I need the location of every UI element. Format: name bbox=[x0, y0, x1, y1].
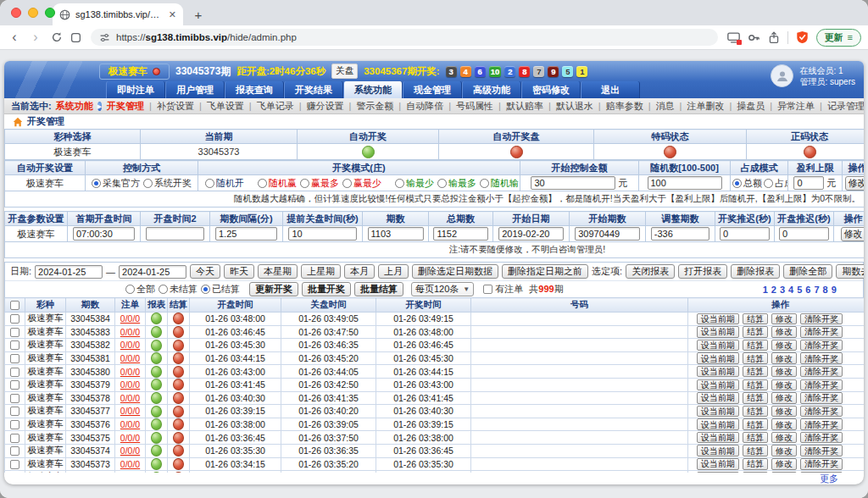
close-window-button[interactable] bbox=[11, 8, 21, 18]
bets-link[interactable]: 0/0/0 bbox=[120, 419, 140, 429]
sub-nav-item[interactable]: 注单删改 bbox=[675, 100, 725, 113]
page-number-link[interactable]: 4 bbox=[788, 285, 793, 295]
clear-draw-button[interactable]: 清除开奖 bbox=[800, 392, 843, 404]
modify-button[interactable]: 修改 bbox=[771, 432, 797, 444]
sub-nav-item[interactable]: 飞单记录 bbox=[244, 100, 294, 113]
browser-update-button[interactable]: 更新 ≡ bbox=[816, 29, 861, 47]
report-action-button[interactable]: 删除全部 bbox=[783, 264, 832, 279]
set-current-issue-button[interactable]: 设当前期 bbox=[697, 313, 739, 325]
address-bar[interactable]: https://sg138.timibbs.vip/hide/admin.php bbox=[91, 29, 718, 46]
modify-button[interactable]: 修改 bbox=[771, 445, 797, 456]
sub-nav-item[interactable]: 飞单设置 bbox=[194, 100, 244, 113]
radio-icon[interactable] bbox=[732, 179, 742, 188]
report-action-button[interactable]: 关闭报表 bbox=[626, 264, 675, 279]
delete-data-button[interactable]: 删除指定日期之前 bbox=[502, 264, 588, 279]
open-param-input[interactable] bbox=[575, 227, 640, 241]
bets-link[interactable]: 0/0/0 bbox=[120, 367, 140, 377]
row-checkbox[interactable] bbox=[10, 407, 19, 416]
page-number-link[interactable]: 7 bbox=[814, 285, 819, 295]
report-indicator[interactable] bbox=[151, 326, 162, 338]
settle-button[interactable]: 结算 bbox=[743, 379, 768, 391]
bets-link[interactable]: 0/0/0 bbox=[120, 433, 140, 443]
draw-mode-option[interactable]: 赢最多 bbox=[300, 178, 339, 188]
modify-button[interactable]: 修改 bbox=[771, 340, 797, 351]
report-indicator[interactable] bbox=[151, 392, 162, 404]
report-indicator[interactable] bbox=[151, 340, 162, 351]
radio-icon[interactable] bbox=[258, 179, 267, 188]
set-current-issue-button[interactable]: 设当前期 bbox=[697, 392, 739, 404]
draw-mode-option[interactable]: 随机输 bbox=[480, 178, 519, 188]
settle-button[interactable]: 结算 bbox=[743, 432, 768, 444]
settle-indicator[interactable] bbox=[173, 326, 184, 338]
set-current-issue-button[interactable]: 设当前期 bbox=[697, 432, 739, 444]
radio-icon[interactable] bbox=[205, 179, 214, 188]
batch-action-button[interactable]: 批量结算 bbox=[354, 282, 403, 296]
site-settings-icon[interactable] bbox=[99, 32, 110, 43]
new-tab-button[interactable]: + bbox=[188, 4, 209, 25]
sub-nav-item[interactable]: 异常注单 bbox=[765, 100, 815, 113]
clear-draw-button[interactable]: 清除开奖 bbox=[800, 326, 843, 338]
date-quick-button[interactable]: 上星期 bbox=[301, 264, 341, 279]
settle-indicator[interactable] bbox=[173, 445, 184, 456]
page-number-link[interactable]: 9 bbox=[832, 285, 837, 295]
modify-button[interactable]: 修改 bbox=[771, 352, 797, 364]
sub-nav-item[interactable]: 消息 bbox=[643, 100, 675, 113]
row-checkbox[interactable] bbox=[10, 394, 19, 403]
page-number-link[interactable]: 2 bbox=[771, 285, 776, 295]
nav-tab[interactable]: 用户管理 bbox=[165, 81, 225, 98]
row-checkbox[interactable] bbox=[10, 340, 19, 350]
settle-button[interactable]: 结算 bbox=[743, 392, 768, 404]
report-action-button[interactable]: 删除报表 bbox=[731, 264, 780, 279]
profit-limit-input[interactable] bbox=[793, 176, 824, 190]
set-current-issue-button[interactable]: 设当前期 bbox=[697, 406, 739, 418]
bets-link[interactable]: 0/0/0 bbox=[120, 379, 140, 390]
bets-link[interactable]: 0/0/0 bbox=[120, 327, 140, 337]
radio-icon[interactable] bbox=[764, 179, 773, 188]
row-checkbox[interactable] bbox=[10, 380, 19, 390]
report-action-button[interactable]: 期数去重复 bbox=[836, 264, 864, 279]
report-indicator[interactable] bbox=[151, 313, 162, 324]
control-mode-option[interactable]: 采集官方 bbox=[92, 178, 140, 188]
nav-tab[interactable]: 密码修改 bbox=[521, 81, 581, 98]
open-param-input[interactable] bbox=[146, 227, 205, 241]
report-indicator[interactable] bbox=[151, 366, 162, 378]
password-key-icon[interactable] bbox=[748, 31, 760, 44]
open-param-input[interactable] bbox=[215, 227, 277, 241]
select-all-checkbox[interactable] bbox=[10, 301, 19, 310]
draw-mode-option[interactable]: 输最多 bbox=[437, 178, 476, 188]
bets-link[interactable]: 0/0/0 bbox=[120, 459, 140, 469]
open-param-input[interactable] bbox=[498, 227, 564, 241]
settle-status-option[interactable]: 未结算 bbox=[159, 284, 198, 294]
settle-indicator[interactable] bbox=[173, 458, 184, 470]
draw-mode-option[interactable]: 输最少 bbox=[395, 178, 434, 188]
draw-mode-option[interactable]: 随机开 bbox=[205, 178, 244, 188]
sub-nav-item[interactable]: 记录管理 bbox=[815, 100, 864, 113]
modify-button[interactable]: 修改 bbox=[771, 366, 797, 378]
open-param-input[interactable] bbox=[651, 227, 710, 241]
reload-icon[interactable] bbox=[49, 31, 64, 43]
report-indicator[interactable] bbox=[151, 418, 162, 430]
settle-status-option[interactable]: 全部 bbox=[125, 284, 155, 294]
radio-icon[interactable] bbox=[201, 285, 210, 294]
report-indicator[interactable] bbox=[151, 352, 162, 364]
radio-icon[interactable] bbox=[480, 179, 489, 188]
date-to-input[interactable] bbox=[119, 265, 186, 279]
settle-status-option[interactable]: 已结算 bbox=[201, 284, 240, 294]
settle-indicator[interactable] bbox=[173, 366, 184, 378]
page-number-link[interactable]: 5 bbox=[797, 285, 802, 295]
back-icon[interactable]: ‹ bbox=[7, 30, 22, 45]
bets-link[interactable]: 0/0/0 bbox=[120, 445, 140, 456]
radio-icon[interactable] bbox=[143, 179, 153, 188]
clear-draw-button[interactable]: 清除开奖 bbox=[800, 313, 843, 325]
report-indicator[interactable] bbox=[151, 379, 162, 390]
settle-button[interactable]: 结算 bbox=[743, 313, 768, 325]
date-quick-button[interactable]: 本星期 bbox=[258, 264, 298, 279]
bets-link[interactable]: 0/0/0 bbox=[120, 313, 140, 324]
open-param-input[interactable] bbox=[288, 227, 356, 241]
zheng-status-indicator[interactable] bbox=[804, 146, 816, 158]
set-current-issue-button[interactable]: 设当前期 bbox=[697, 379, 739, 391]
row-checkbox[interactable] bbox=[10, 328, 19, 337]
lottery-selector-button[interactable]: 极速赛车 bbox=[99, 64, 170, 80]
modify-button[interactable]: 修改 bbox=[771, 458, 797, 470]
nav-tab[interactable]: 开奖结果 bbox=[284, 81, 343, 98]
